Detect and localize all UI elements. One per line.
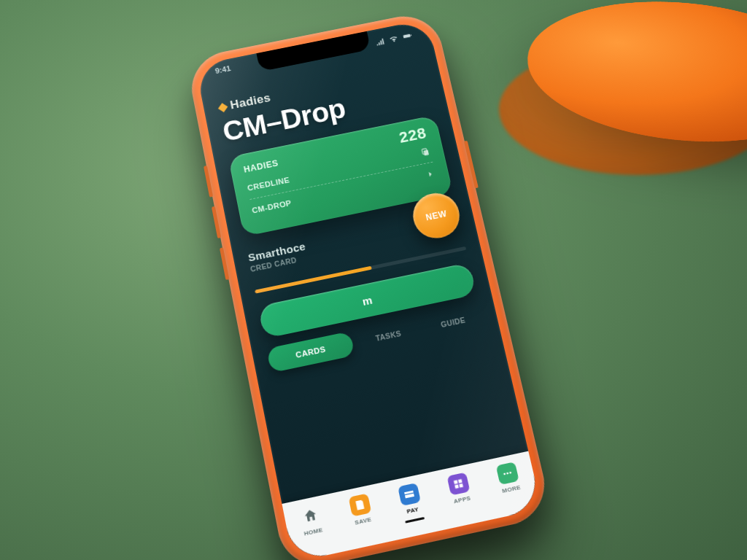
home-icon: [298, 504, 322, 527]
svg-rect-5: [458, 479, 462, 483]
tab-home[interactable]: HOME: [283, 501, 338, 541]
svg-rect-0: [403, 34, 411, 38]
svg-point-10: [509, 472, 511, 474]
save-icon: [348, 494, 371, 517]
progress-fill: [255, 266, 372, 294]
notch: [256, 31, 371, 71]
pill-cards[interactable]: CARDS: [266, 331, 355, 373]
svg-rect-6: [454, 484, 459, 489]
more-icon: [496, 462, 519, 485]
status-time: 9:41: [214, 64, 233, 83]
svg-point-8: [503, 472, 506, 475]
apps-icon: [447, 472, 471, 496]
wifi-icon: [388, 34, 400, 46]
pay-icon: [398, 483, 421, 506]
tab-apps[interactable]: APPS: [432, 469, 487, 508]
svg-rect-2: [423, 149, 429, 155]
svg-point-9: [506, 472, 508, 474]
tab-underline: [405, 517, 425, 524]
svg-rect-7: [459, 483, 463, 488]
svg-rect-1: [411, 34, 412, 36]
copy-icon[interactable]: [419, 146, 431, 158]
signal-icon: [374, 36, 386, 48]
chevron-right-icon: [425, 168, 436, 180]
svg-rect-4: [454, 480, 458, 484]
tab-bar: HOME SAVE PAY: [282, 451, 541, 560]
bolt-icon: ◆: [217, 100, 228, 114]
battery-icon: [401, 31, 413, 43]
phone-device: 9:41 ◆Hadies: [185, 9, 553, 560]
tab-pay[interactable]: PAY: [382, 480, 440, 527]
pill-tasks[interactable]: TASKS: [357, 318, 419, 354]
tab-save[interactable]: SAVE: [333, 490, 389, 529]
tab-more[interactable]: MORE: [481, 459, 536, 498]
pill-guide[interactable]: GUIDE: [422, 304, 484, 340]
phone-screen: 9:41 ◆Hadies: [196, 19, 542, 560]
